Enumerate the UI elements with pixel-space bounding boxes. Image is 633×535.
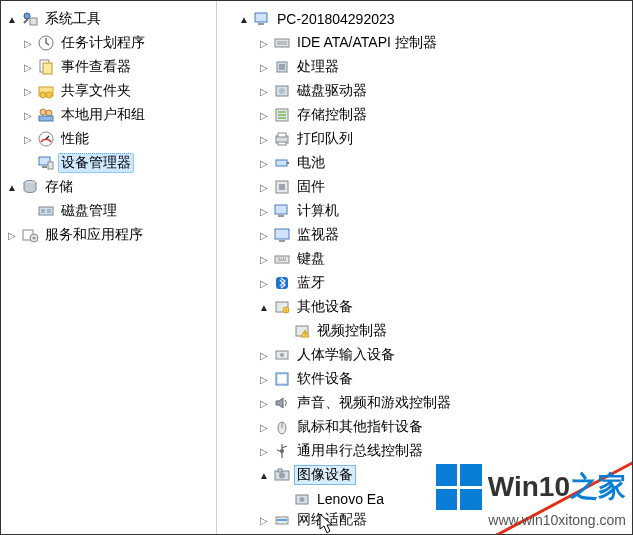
tree-label: 共享文件夹 [58,81,134,101]
tree-item-local-users[interactable]: ▷ 本地用户和组 [1,103,216,127]
expand-icon[interactable]: ▷ [257,348,271,362]
ide-icon [273,34,291,52]
tree-label: 事件查看器 [58,57,134,77]
device-category-label: 网络适配器 [294,511,370,529]
expand-icon[interactable]: ▷ [21,36,35,50]
device-manager-pane: ▲ PC-201804292023 ▷IDE ATA/ATAPI 控制器▷处理器… [217,1,632,534]
svg-rect-35 [287,162,289,164]
device-category-keyboard[interactable]: ▷键盘 [217,247,632,271]
expand-icon[interactable]: ▷ [257,513,271,527]
collapse-icon[interactable]: ▲ [237,12,251,26]
device-category-label: 键盘 [294,249,328,269]
svg-rect-23 [258,23,264,25]
expand-icon[interactable]: ▷ [21,132,35,146]
svg-point-8 [40,109,46,115]
svg-point-60 [300,497,305,502]
svg-rect-4 [43,63,52,74]
cpu-icon [273,58,291,76]
tree-item-system-tools[interactable]: ▲ 系统工具 [1,7,216,31]
mouse-icon [273,418,291,436]
expand-icon[interactable]: ▷ [257,36,271,50]
device-category-cpu[interactable]: ▷处理器 [217,55,632,79]
expand-icon[interactable]: ▷ [257,132,271,146]
device-category-hid[interactable]: ▷人体学输入设备 [217,343,632,367]
svg-rect-10 [39,116,53,121]
expand-icon[interactable]: ▷ [21,84,35,98]
device-category-bluetooth[interactable]: ▷蓝牙 [217,271,632,295]
device-category-ide[interactable]: ▷IDE ATA/ATAPI 控制器 [217,31,632,55]
expand-icon[interactable]: ▷ [257,156,271,170]
tree-item-performance[interactable]: ▷ 性能 [1,127,216,151]
svg-point-21 [33,237,36,240]
expand-icon[interactable]: ▷ [5,228,19,242]
device-category-label: 通用串行总线控制器 [294,441,426,461]
software-icon [273,370,291,388]
expand-icon[interactable]: ▷ [257,420,271,434]
device-category-firmware[interactable]: ▷固件 [217,175,632,199]
device-category-label: 处理器 [294,57,342,77]
device-category-usb[interactable]: ▷通用串行总线控制器 [217,439,632,463]
svg-rect-1 [30,18,37,25]
expand-icon[interactable]: ▷ [257,276,271,290]
expand-icon[interactable]: ▷ [257,204,271,218]
device-category-label: 蓝牙 [294,273,328,293]
tree-item-event-viewer[interactable]: ▷ 事件查看器 [1,55,216,79]
device-tree: ▲ PC-201804292023 ▷IDE ATA/ATAPI 控制器▷处理器… [217,7,632,529]
device-category-printQueue[interactable]: ▷打印队列 [217,127,632,151]
expand-icon[interactable]: ▷ [257,108,271,122]
tree-item-task-scheduler[interactable]: ▷ 任务计划程序 [1,31,216,55]
device-category-label: 打印队列 [294,129,356,149]
device-item-lenovo[interactable]: Lenovo Ea [217,487,632,511]
tree-item-shared-folders[interactable]: ▷ 共享文件夹 [1,79,216,103]
device-category-label: 声音、视频和游戏控制器 [294,393,454,413]
tree-item-services-apps[interactable]: ▷ 服务和应用程序 [1,223,216,247]
device-category-computer[interactable]: ▷计算机 [217,199,632,223]
tree-item-storage[interactable]: ▲ 存储 [1,175,216,199]
collapse-icon[interactable]: ▲ [5,180,19,194]
device-category-diskDrive[interactable]: ▷磁盘驱动器 [217,79,632,103]
storage-icon [21,178,39,196]
device-category-monitor[interactable]: ▷监视器 [217,223,632,247]
computer-icon [253,10,271,28]
svg-rect-25 [277,41,287,45]
device-item-videoCtrl[interactable]: !视频控制器 [217,319,632,343]
expand-icon[interactable]: ▷ [257,444,271,458]
tree-item-device-manager[interactable]: 设备管理器 [1,151,216,175]
expand-icon[interactable]: ▷ [21,60,35,74]
device-category-software[interactable]: ▷软件设备 [217,367,632,391]
left-nav-pane: ▲ 系统工具 ▷ 任务计划程序 ▷ 事件查看器 [1,1,217,534]
expand-icon[interactable]: ▷ [257,396,271,410]
svg-rect-58 [278,469,282,472]
device-category-storageCtrl[interactable]: ▷存储控制器 [217,103,632,127]
expand-icon[interactable]: ▷ [257,84,271,98]
device-category-imaging[interactable]: ▲图像设备 [217,463,632,487]
device-category-other[interactable]: ▲!其他设备 [217,295,632,319]
tree-root-pc[interactable]: ▲ PC-201804292023 [217,7,632,31]
device-category-label: IDE ATA/ATAPI 控制器 [294,33,440,53]
tree-item-disk-management[interactable]: 磁盘管理 [1,199,216,223]
device-category-mouse[interactable]: ▷鼠标和其他指针设备 [217,415,632,439]
svg-rect-53 [278,375,286,383]
collapse-icon[interactable]: ▲ [257,468,271,482]
collapse-icon[interactable]: ▲ [5,12,19,26]
clock-icon [37,34,55,52]
expand-icon[interactable]: ▷ [257,60,271,74]
device-category-battery[interactable]: ▷电池 [217,151,632,175]
expand-icon[interactable]: ▷ [257,228,271,242]
collapse-icon[interactable]: ▲ [257,300,271,314]
svg-rect-27 [279,64,285,70]
expand-icon[interactable]: ▷ [21,108,35,122]
expand-icon[interactable]: ▷ [257,252,271,266]
device-category-network[interactable]: ▷网络适配器 [217,511,632,529]
svg-point-7 [46,92,52,98]
device-category-label: 鼠标和其他指针设备 [294,417,426,437]
event-viewer-icon [37,58,55,76]
expand-icon[interactable]: ▷ [257,372,271,386]
sound-icon [273,394,291,412]
svg-rect-38 [275,205,287,214]
expand-icon[interactable]: ▷ [257,180,271,194]
svg-rect-33 [278,142,286,145]
svg-point-9 [46,110,52,116]
device-category-label: 磁盘驱动器 [294,81,370,101]
device-category-sound[interactable]: ▷声音、视频和游戏控制器 [217,391,632,415]
